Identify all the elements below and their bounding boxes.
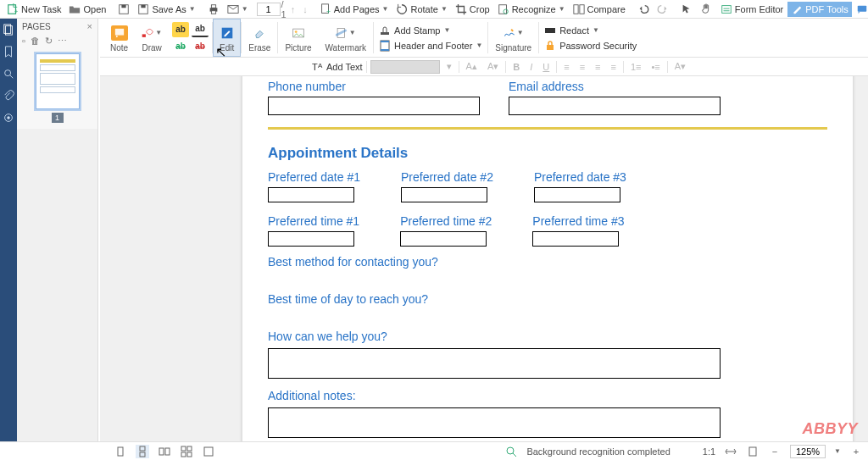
- svg-text:T: T: [312, 62, 318, 72]
- pdf-tools-button[interactable]: PDF Tools: [787, 2, 852, 17]
- signatures-panel-toggle[interactable]: [3, 112, 14, 124]
- page-number-input[interactable]: [257, 3, 281, 16]
- new-task-button[interactable]: + New Task: [3, 2, 64, 17]
- phone-input[interactable]: [268, 97, 480, 115]
- recognize-icon: [498, 3, 509, 15]
- lock-icon: [544, 40, 556, 52]
- page-up-button[interactable]: ↑: [287, 3, 299, 16]
- password-security-tool[interactable]: Password Security: [539, 38, 642, 53]
- attachments-panel-toggle[interactable]: [3, 90, 14, 102]
- page-thumbnail[interactable]: [36, 53, 80, 109]
- bookmarks-panel-toggle[interactable]: [3, 46, 14, 58]
- erase-tool[interactable]: Erase: [242, 19, 277, 57]
- preferred-date-1-label: Preferred date #1: [268, 170, 360, 184]
- document-viewport[interactable]: Phone number Email address Appointment D…: [100, 76, 868, 441]
- underline-button[interactable]: U: [539, 62, 553, 72]
- underline-tool[interactable]: ab: [192, 22, 209, 37]
- increase-font-button[interactable]: A▴: [463, 61, 481, 72]
- decrease-font-button[interactable]: A▾: [484, 61, 502, 72]
- help-input[interactable]: [268, 348, 721, 379]
- add-stamp-tool[interactable]: Add Stamp ▼: [374, 23, 487, 38]
- zoom-out-button[interactable]: −: [768, 445, 782, 458]
- preferred-date-1-input[interactable]: [268, 187, 354, 202]
- redo-button[interactable]: [654, 2, 672, 17]
- font-family-select[interactable]: [370, 60, 440, 74]
- edit-tool[interactable]: Edit: [213, 19, 241, 57]
- bulleted-list-button[interactable]: •≡: [648, 62, 664, 72]
- close-icon[interactable]: ×: [87, 21, 92, 31]
- recognize-button[interactable]: Recognize ▼: [494, 2, 569, 17]
- chevron-down-icon[interactable]: ▼: [834, 447, 841, 455]
- insert-text-tool[interactable]: ab: [192, 39, 209, 54]
- watermark-tool[interactable]: ▼ Watermark: [319, 19, 374, 57]
- signature-icon: [504, 27, 515, 39]
- align-right-button[interactable]: ≡: [592, 62, 604, 72]
- picture-tool[interactable]: Picture: [278, 19, 318, 57]
- preferred-time-3-input[interactable]: [532, 231, 619, 247]
- highlight-tool[interactable]: ab: [172, 22, 189, 37]
- fit-width-button[interactable]: [724, 445, 737, 458]
- svg-point-22: [5, 70, 11, 76]
- fit-page-button[interactable]: [746, 445, 760, 458]
- zoom-input[interactable]: [790, 445, 826, 458]
- font-color-button[interactable]: A▾: [671, 61, 689, 72]
- form-editor-button[interactable]: Form Editor: [717, 2, 787, 17]
- svg-point-51: [507, 447, 514, 454]
- open-button[interactable]: Open: [65, 2, 109, 17]
- add-text-tool[interactable]: TA Add Text: [312, 61, 363, 73]
- rotate-page-icon[interactable]: ↻: [45, 36, 53, 47]
- delete-page-icon[interactable]: 🗑: [31, 36, 40, 47]
- print-button[interactable]: [204, 2, 223, 17]
- actual-size-button[interactable]: 1:1: [703, 446, 715, 457]
- chevron-down-icon: ▼: [441, 5, 448, 13]
- align-center-button[interactable]: ≡: [576, 62, 588, 72]
- two-page-view-button[interactable]: [158, 445, 171, 458]
- zoom-in-button[interactable]: +: [849, 445, 863, 458]
- align-justify-button[interactable]: ≡: [608, 62, 620, 72]
- pointer-tool[interactable]: [677, 2, 696, 17]
- more-icon[interactable]: ⋯: [58, 36, 67, 47]
- hand-tool[interactable]: [697, 2, 715, 17]
- email-button[interactable]: ▼: [224, 2, 252, 17]
- bold-button[interactable]: B: [509, 62, 523, 72]
- preferred-date-2-input[interactable]: [401, 187, 487, 202]
- signature-tool[interactable]: ▼ Signature: [488, 19, 538, 57]
- svg-text:+: +: [14, 8, 19, 15]
- two-page-continuous-view-button[interactable]: [180, 445, 193, 458]
- single-page-view-button[interactable]: [114, 445, 127, 458]
- pages-panel-toggle[interactable]: [3, 24, 14, 36]
- crop-button[interactable]: Crop: [452, 2, 493, 17]
- preferred-time-2-input[interactable]: [400, 231, 487, 247]
- email-input[interactable]: [509, 97, 721, 115]
- save-button[interactable]: [114, 2, 133, 17]
- rotate-button[interactable]: Rotate ▼: [392, 2, 450, 17]
- font-size-select[interactable]: ▾: [443, 61, 455, 72]
- additional-notes-input[interactable]: [268, 407, 721, 438]
- italic-button[interactable]: I: [526, 62, 536, 72]
- draw-tool[interactable]: ▼ Draw: [135, 19, 169, 57]
- mail-icon: [227, 3, 239, 15]
- strikeout-tool[interactable]: ab: [172, 39, 189, 54]
- redact-tool[interactable]: Redact ▼: [539, 23, 642, 38]
- svg-rect-7: [211, 4, 215, 8]
- header-footer-tool[interactable]: Header and Footer ▼: [374, 38, 487, 53]
- continuous-view-button[interactable]: [136, 445, 149, 458]
- svg-rect-35: [381, 41, 389, 42]
- page-down-button[interactable]: ↓: [299, 3, 311, 16]
- preferred-date-3-input[interactable]: [534, 187, 620, 202]
- pages-panel-title: PAGES: [22, 22, 51, 31]
- comments-button[interactable]: Comments (0: [853, 2, 868, 17]
- undo-button[interactable]: [634, 2, 653, 17]
- add-page-icon[interactable]: ▫: [22, 36, 25, 47]
- compare-button[interactable]: Compare: [570, 2, 629, 17]
- recognition-status-icon: [504, 445, 518, 458]
- note-tool[interactable]: Note: [103, 19, 135, 57]
- svg-rect-42: [140, 446, 145, 451]
- full-screen-button[interactable]: [202, 445, 215, 458]
- preferred-time-1-input[interactable]: [268, 231, 354, 247]
- save-as-button[interactable]: Save As ▼: [134, 2, 198, 17]
- add-pages-button[interactable]: + Add Pages ▼: [316, 2, 392, 17]
- align-left-button[interactable]: ≡: [560, 62, 572, 72]
- numbered-list-button[interactable]: 1≡: [627, 62, 645, 72]
- search-panel-toggle[interactable]: [3, 68, 14, 80]
